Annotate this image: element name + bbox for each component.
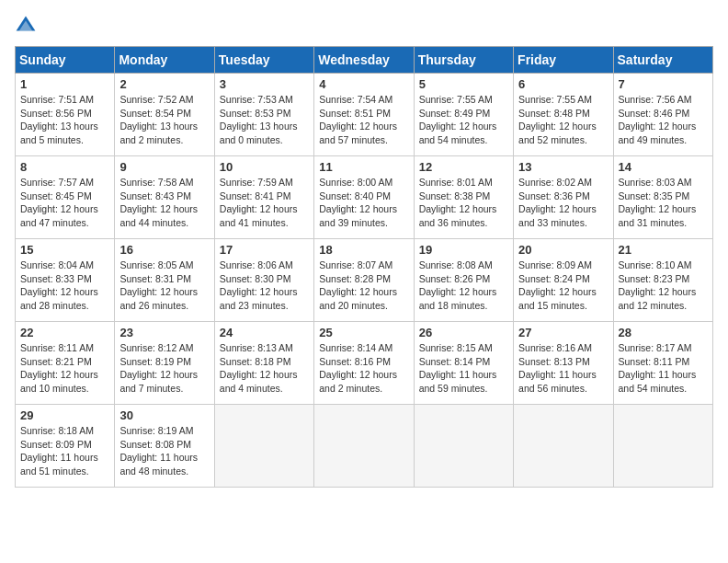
day-info: Sunrise: 8:19 AMSunset: 8:08 PMDaylight:… <box>119 424 209 478</box>
calendar-body: 1Sunrise: 7:51 AMSunset: 8:56 PMDaylight… <box>16 74 713 488</box>
day-number: 27 <box>518 326 608 339</box>
day-number: 17 <box>220 243 309 257</box>
day-info: Sunrise: 8:08 AMSunset: 8:26 PMDaylight:… <box>419 259 508 313</box>
page-header <box>15 15 713 37</box>
day-number: 24 <box>220 326 309 339</box>
table-row: 24Sunrise: 8:13 AMSunset: 8:18 PMDayligh… <box>214 322 313 405</box>
table-row: 30Sunrise: 8:19 AMSunset: 8:08 PMDayligh… <box>115 405 214 488</box>
table-row: 2Sunrise: 7:52 AMSunset: 8:54 PMDaylight… <box>115 74 214 156</box>
logo <box>15 15 40 37</box>
day-info: Sunrise: 7:59 AMSunset: 8:41 PMDaylight:… <box>220 176 309 230</box>
table-row: 13Sunrise: 8:02 AMSunset: 8:36 PMDayligh… <box>514 156 613 239</box>
day-info: Sunrise: 8:06 AMSunset: 8:30 PMDaylight:… <box>220 259 309 313</box>
table-row: 8Sunrise: 7:57 AMSunset: 8:45 PMDaylight… <box>16 156 115 239</box>
table-row <box>613 405 712 488</box>
table-row: 25Sunrise: 8:14 AMSunset: 8:16 PMDayligh… <box>314 322 414 405</box>
day-number: 15 <box>20 243 109 257</box>
day-number: 3 <box>220 77 309 91</box>
day-number: 10 <box>220 160 309 174</box>
day-info: Sunrise: 7:58 AMSunset: 8:43 PMDaylight:… <box>119 176 209 230</box>
calendar-table: Sunday Monday Tuesday Wednesday Thursday… <box>15 46 713 488</box>
day-info: Sunrise: 7:52 AMSunset: 8:54 PMDaylight:… <box>119 93 209 147</box>
col-tuesday: Tuesday <box>214 47 313 74</box>
col-wednesday: Wednesday <box>314 47 414 74</box>
day-number: 8 <box>20 160 109 174</box>
table-row: 29Sunrise: 8:18 AMSunset: 8:09 PMDayligh… <box>16 405 115 488</box>
table-row: 11Sunrise: 8:00 AMSunset: 8:40 PMDayligh… <box>314 156 414 239</box>
col-sunday: Sunday <box>16 47 115 74</box>
day-number: 14 <box>619 160 708 174</box>
day-number: 26 <box>419 326 508 339</box>
table-row: 18Sunrise: 8:07 AMSunset: 8:28 PMDayligh… <box>314 239 414 322</box>
day-info: Sunrise: 7:57 AMSunset: 8:45 PMDaylight:… <box>20 176 109 230</box>
day-number: 13 <box>518 160 608 174</box>
table-row: 9Sunrise: 7:58 AMSunset: 8:43 PMDaylight… <box>115 156 214 239</box>
table-row: 14Sunrise: 8:03 AMSunset: 8:35 PMDayligh… <box>613 156 712 239</box>
table-row <box>314 405 414 488</box>
day-number: 2 <box>119 77 209 91</box>
table-row: 4Sunrise: 7:54 AMSunset: 8:51 PMDaylight… <box>314 74 414 156</box>
day-info: Sunrise: 8:03 AMSunset: 8:35 PMDaylight:… <box>619 176 708 230</box>
table-row: 27Sunrise: 8:16 AMSunset: 8:13 PMDayligh… <box>514 322 613 405</box>
table-row <box>514 405 613 488</box>
day-info: Sunrise: 7:51 AMSunset: 8:56 PMDaylight:… <box>20 93 109 147</box>
day-number: 1 <box>20 77 109 91</box>
day-number: 30 <box>119 408 209 422</box>
day-info: Sunrise: 8:18 AMSunset: 8:09 PMDaylight:… <box>20 424 109 478</box>
day-number: 12 <box>419 160 508 174</box>
day-number: 5 <box>419 77 508 91</box>
day-info: Sunrise: 8:14 AMSunset: 8:16 PMDaylight:… <box>319 341 408 396</box>
day-info: Sunrise: 8:05 AMSunset: 8:31 PMDaylight:… <box>119 259 209 313</box>
table-row: 16Sunrise: 8:05 AMSunset: 8:31 PMDayligh… <box>115 239 214 322</box>
day-number: 11 <box>319 160 408 174</box>
col-saturday: Saturday <box>613 47 712 74</box>
table-row: 21Sunrise: 8:10 AMSunset: 8:23 PMDayligh… <box>613 239 712 322</box>
day-info: Sunrise: 8:13 AMSunset: 8:18 PMDaylight:… <box>220 341 309 396</box>
table-row: 1Sunrise: 7:51 AMSunset: 8:56 PMDaylight… <box>16 74 115 156</box>
col-monday: Monday <box>115 47 214 74</box>
calendar-row: 29Sunrise: 8:18 AMSunset: 8:09 PMDayligh… <box>16 405 713 488</box>
table-row: 23Sunrise: 8:12 AMSunset: 8:19 PMDayligh… <box>115 322 214 405</box>
day-info: Sunrise: 7:54 AMSunset: 8:51 PMDaylight:… <box>319 93 408 147</box>
day-info: Sunrise: 7:56 AMSunset: 8:46 PMDaylight:… <box>619 93 708 147</box>
day-info: Sunrise: 7:55 AMSunset: 8:48 PMDaylight:… <box>518 93 608 147</box>
logo-icon <box>15 15 37 37</box>
table-row: 15Sunrise: 8:04 AMSunset: 8:33 PMDayligh… <box>16 239 115 322</box>
table-row: 3Sunrise: 7:53 AMSunset: 8:53 PMDaylight… <box>214 74 313 156</box>
day-info: Sunrise: 8:01 AMSunset: 8:38 PMDaylight:… <box>419 176 508 230</box>
calendar-row: 15Sunrise: 8:04 AMSunset: 8:33 PMDayligh… <box>16 239 713 322</box>
day-number: 25 <box>319 326 408 339</box>
day-number: 23 <box>119 326 209 339</box>
table-row: 20Sunrise: 8:09 AMSunset: 8:24 PMDayligh… <box>514 239 613 322</box>
table-row: 12Sunrise: 8:01 AMSunset: 8:38 PMDayligh… <box>414 156 513 239</box>
table-row <box>214 405 313 488</box>
col-friday: Friday <box>514 47 613 74</box>
day-info: Sunrise: 8:15 AMSunset: 8:14 PMDaylight:… <box>419 341 508 396</box>
day-info: Sunrise: 8:09 AMSunset: 8:24 PMDaylight:… <box>518 259 608 313</box>
day-number: 7 <box>619 77 708 91</box>
calendar-row: 1Sunrise: 7:51 AMSunset: 8:56 PMDaylight… <box>16 74 713 156</box>
table-row <box>414 405 513 488</box>
day-info: Sunrise: 8:07 AMSunset: 8:28 PMDaylight:… <box>319 259 408 313</box>
table-row: 10Sunrise: 7:59 AMSunset: 8:41 PMDayligh… <box>214 156 313 239</box>
day-info: Sunrise: 8:04 AMSunset: 8:33 PMDaylight:… <box>20 259 109 313</box>
table-row: 28Sunrise: 8:17 AMSunset: 8:11 PMDayligh… <box>613 322 712 405</box>
day-number: 6 <box>518 77 608 91</box>
table-row: 26Sunrise: 8:15 AMSunset: 8:14 PMDayligh… <box>414 322 513 405</box>
table-row: 17Sunrise: 8:06 AMSunset: 8:30 PMDayligh… <box>214 239 313 322</box>
day-number: 21 <box>619 243 708 257</box>
day-info: Sunrise: 8:12 AMSunset: 8:19 PMDaylight:… <box>119 341 209 396</box>
day-number: 28 <box>619 326 708 339</box>
day-number: 29 <box>20 408 109 422</box>
day-number: 9 <box>119 160 209 174</box>
table-row: 5Sunrise: 7:55 AMSunset: 8:49 PMDaylight… <box>414 74 513 156</box>
calendar-row: 8Sunrise: 7:57 AMSunset: 8:45 PMDaylight… <box>16 156 713 239</box>
day-number: 16 <box>119 243 209 257</box>
day-number: 19 <box>419 243 508 257</box>
day-number: 4 <box>319 77 408 91</box>
table-row: 6Sunrise: 7:55 AMSunset: 8:48 PMDaylight… <box>514 74 613 156</box>
day-info: Sunrise: 8:02 AMSunset: 8:36 PMDaylight:… <box>518 176 608 230</box>
col-thursday: Thursday <box>414 47 513 74</box>
day-number: 22 <box>20 326 109 339</box>
day-info: Sunrise: 8:11 AMSunset: 8:21 PMDaylight:… <box>20 341 109 396</box>
